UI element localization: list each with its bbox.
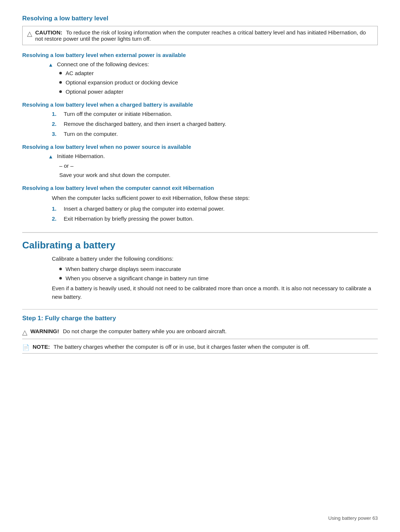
subsection-heading-1: Resolving a low battery level when exter… — [22, 52, 378, 58]
list-item: Optional expansion product or docking de… — [59, 79, 378, 86]
caution-box: △ CAUTION: To reduce the risk of losing … — [22, 26, 378, 45]
sub2-step-list: 1. Turn off the computer or initiate Hib… — [52, 111, 378, 137]
sub4-intro: When the computer lacks sufficient power… — [52, 194, 378, 203]
save-text: Save your work and shut down the compute… — [59, 172, 378, 178]
list-item: Optional power adapter — [59, 88, 378, 95]
bullet-dot-icon — [59, 72, 62, 74]
note-content: NOTE: The battery charges whether the co… — [33, 344, 310, 350]
caution-text: To reduce the risk of losing information… — [35, 29, 366, 42]
main-heading: Resolving a low battery level — [22, 15, 378, 22]
step1-heading: Step 1: Fully charge the battery — [22, 309, 378, 322]
list-item: 2. Remove the discharged battery, and th… — [52, 121, 378, 127]
warning-triangle-icon: △ — [22, 328, 27, 337]
list-item: When battery charge displays seem inaccu… — [59, 266, 378, 272]
note-box: 📄 NOTE: The battery charges whether the … — [22, 341, 378, 354]
bullet-text: When you observe a significant change in… — [66, 275, 209, 281]
step-text: Insert a charged battery or plug the com… — [64, 205, 224, 212]
caution-content: CAUTION: To reduce the risk of losing in… — [35, 29, 373, 42]
or-text: – or – — [59, 163, 378, 169]
arrow-item-text-2: Initiate Hibernation. — [57, 153, 105, 159]
step-text: Exit Hibernation by briefly pressing the… — [64, 215, 194, 222]
calibrate-bullet-list: When battery charge displays seem inaccu… — [59, 266, 378, 281]
warning-content: WARNING! Do not charge the computer batt… — [30, 328, 227, 334]
list-item: 1. Insert a charged battery or plug the … — [52, 205, 378, 212]
step-number: 1. — [52, 111, 62, 117]
arrow-item-2: ▲ Initiate Hibernation. — [48, 153, 378, 160]
list-item: AC adapter — [59, 70, 378, 76]
large-heading: Calibrating a battery — [22, 232, 378, 251]
step-number: 2. — [52, 121, 62, 127]
warning-box: △ WARNING! Do not charge the computer ba… — [22, 326, 378, 339]
note-label: NOTE: — [33, 344, 50, 350]
bullet-text: When battery charge displays seem inaccu… — [66, 266, 181, 272]
list-item: 3. Turn on the computer. — [52, 131, 378, 137]
caution-label: CAUTION: — [35, 29, 62, 36]
list-item: 1. Turn off the computer or initiate Hib… — [52, 111, 378, 117]
step-text: Remove the discharged battery, and then … — [64, 121, 226, 127]
warning-label: WARNING! — [30, 328, 59, 334]
subsection-heading-2: Resolving a low battery level when a cha… — [22, 101, 378, 108]
calibrate-body: Even if a battery is heavily used, it sh… — [52, 284, 378, 301]
bullet-dot-icon — [59, 81, 62, 84]
arrow-triangle-icon-1: ▲ — [48, 62, 53, 68]
step-number: 1. — [52, 205, 62, 212]
list-item: When you observe a significant change in… — [59, 275, 378, 281]
page-footer: Using battery power 63 — [328, 515, 378, 521]
subsection-heading-4: Resolving a low battery level when the c… — [22, 185, 378, 191]
bullet-text: AC adapter — [66, 70, 94, 76]
note-text: The battery charges whether the computer… — [54, 344, 310, 350]
step-number: 2. — [52, 215, 62, 222]
arrow-item-text-1: Connect one of the following devices: — [57, 61, 149, 67]
calibrate-intro: Calibrate a battery under the following … — [52, 255, 378, 263]
note-icon: 📄 — [22, 344, 30, 351]
arrow-item-1: ▲ Connect one of the following devices: — [48, 61, 378, 68]
bullet-text: Optional expansion product or docking de… — [66, 79, 178, 86]
bullet-dot-icon — [59, 277, 62, 280]
subsection-heading-3: Resolving a low battery level when no po… — [22, 144, 378, 150]
caution-triangle-icon: △ — [27, 30, 32, 38]
step-text: Turn on the computer. — [64, 131, 118, 137]
warning-text: Do not charge the computer battery while… — [63, 328, 227, 334]
bullet-text: Optional power adapter — [66, 88, 123, 95]
bullet-dot-icon — [59, 90, 62, 93]
step-text: Turn off the computer or initiate Hibern… — [64, 111, 172, 117]
sub1-bullet-list: AC adapter Optional expansion product or… — [59, 70, 378, 95]
sub4-step-list: 1. Insert a charged battery or plug the … — [52, 205, 378, 222]
arrow-triangle-icon-2: ▲ — [48, 154, 53, 160]
bullet-dot-icon — [59, 268, 62, 270]
list-item: 2. Exit Hibernation by briefly pressing … — [52, 215, 378, 222]
step-number: 3. — [52, 131, 62, 137]
